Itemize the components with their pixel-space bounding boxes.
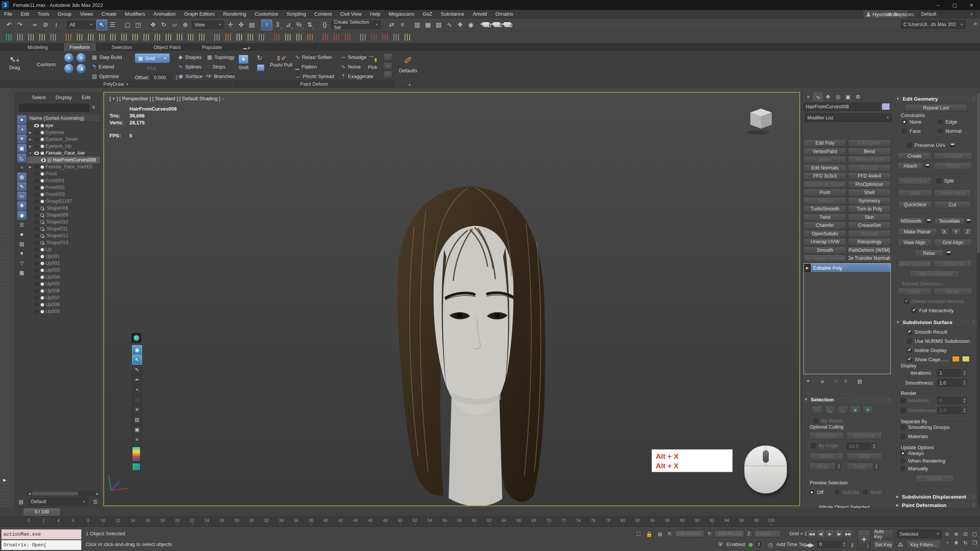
msmooth-settings-icon[interactable] (926, 218, 932, 224)
list-item-eyelash_down[interactable]: ▶Eyelash_Down (27, 136, 100, 143)
panel-expand-arrow-icon[interactable]: ▶ (3, 478, 6, 483)
modifier-button-ox-rotate-strands[interactable]: Ox Rotate Strands (804, 254, 846, 262)
visibility-eye-icon[interactable] (34, 248, 39, 251)
list-item-group52197[interactable]: Group52197 (27, 198, 100, 205)
defaults-expand-icon[interactable]: ▼ (408, 83, 411, 87)
ox-lasso-icon[interactable]: ◌ (132, 395, 142, 404)
frame-tick[interactable]: 70 (541, 518, 556, 523)
go-to-start-icon[interactable]: ◀◀ (807, 530, 816, 538)
layer-list-icon[interactable]: ☰ (91, 497, 100, 506)
frame-tick[interactable]: 48 (377, 518, 393, 523)
loop-spinner[interactable] (874, 463, 879, 470)
undo-icon[interactable]: ↶ (4, 20, 15, 30)
loop-button[interactable]: Loop (847, 463, 873, 470)
modifier-button-unwrap-uvw[interactable]: Unwrap UVW (804, 238, 846, 246)
visibility-eye-icon[interactable] (34, 296, 39, 300)
list-item-front002[interactable]: Front002 (27, 184, 100, 191)
clear-search-icon[interactable]: ✕ (91, 104, 96, 110)
display-lights-icon[interactable]: ☀ (17, 134, 26, 143)
modifier-button-chamfer[interactable]: Chamfer (804, 222, 846, 229)
search-input[interactable] (19, 104, 89, 112)
modifier-button-vertexpaint[interactable]: VertexPaint (804, 148, 846, 155)
preview-multi-radio[interactable]: Multi (863, 489, 881, 495)
menu-item-ornatrix[interactable]: Ornatrix (491, 11, 517, 17)
modifier-button-edit-normals[interactable]: Edit Normals (804, 164, 846, 172)
utilities-tab[interactable]: ⚙ (853, 93, 862, 101)
ribbon-tab-freeform[interactable]: Freeform (64, 43, 96, 51)
zoom-all-icon[interactable]: ⊛ (952, 530, 961, 538)
display-bones-icon[interactable]: ◍ (17, 173, 26, 181)
update-manually-radio[interactable]: Manually (900, 466, 928, 471)
stack-item-editable-poly[interactable]: ▶ Editable Poly (804, 264, 890, 272)
ox-stamp-icon[interactable]: ▣ (132, 425, 142, 434)
snap-3d-icon[interactable]: 3∩ (272, 20, 283, 30)
frame-tick[interactable]: 46 (363, 518, 378, 523)
menu-item-scripting[interactable]: Scripting (283, 11, 310, 17)
conform-scale-icon[interactable]: ◨ (77, 64, 86, 73)
frame-tick[interactable]: 8 (80, 518, 96, 523)
backface-button[interactable]: Backface (809, 432, 844, 440)
menu-item-arnold[interactable]: Arnold (469, 11, 492, 17)
ox-red-mix-icon[interactable] (331, 32, 342, 42)
pin-stack-icon[interactable]: ⌖ (804, 377, 813, 385)
full-interactivity-checkbox[interactable]: Full Interactivity (911, 308, 954, 313)
mute-badge[interactable]: 0 (755, 541, 763, 548)
list-item-female_face_low001[interactable]: ▶Female_Face_low001 (27, 163, 100, 170)
occluded-button[interactable]: Occluded (847, 432, 882, 440)
frame-tick[interactable]: 34 (274, 518, 289, 523)
list-item-shape010[interactable]: Shape010 (27, 218, 100, 225)
track-bar[interactable]: 0246810121416182022242628303234363840424… (0, 517, 980, 527)
menu-item-help[interactable]: Help (366, 11, 385, 17)
list-item-shape009[interactable]: Shape009 (27, 212, 100, 218)
menu-item-tools[interactable]: Tools (33, 11, 53, 17)
create-button[interactable]: Create (898, 152, 931, 160)
frame-tick[interactable]: 100 (764, 518, 779, 523)
key-mode-dropdown[interactable]: Selected▼ (897, 530, 942, 538)
menu-item-rendering[interactable]: Rendering (219, 11, 250, 17)
offset-field[interactable]: 0.000 (152, 74, 172, 81)
slice-button[interactable]: Slice (898, 189, 932, 197)
ribbon-tab-modeling[interactable]: Modeling (22, 44, 53, 51)
modifier-button-normalize-spline[interactable]: Normalize Spline (804, 181, 846, 188)
angle-snap-icon[interactable]: ⊿∩ (283, 20, 294, 30)
name-column-header[interactable]: Name (Sorted Ascending) (27, 114, 101, 122)
show-end-result-icon[interactable]: ⊎ (818, 377, 827, 385)
msmooth-button[interactable]: MSmooth (898, 217, 924, 225)
frame-tick[interactable]: 90 (689, 518, 705, 523)
ox-wave-strands-icon[interactable] (152, 32, 163, 42)
modifier-button-opensubdiv[interactable]: OpenSubdiv (804, 230, 846, 238)
menu-item-goz[interactable]: GoZ (418, 11, 436, 17)
polydraw-drag-button[interactable]: ↖✥ Drag (9, 55, 20, 70)
menu-item-substance[interactable]: Substance (436, 11, 468, 17)
frame-tick[interactable]: 36 (288, 518, 304, 523)
grid-align-button[interactable]: Grid Align (934, 239, 972, 246)
planar-x-button[interactable]: X (940, 228, 949, 236)
constraint-face-radio[interactable]: Face (902, 128, 921, 134)
select-and-rotate-icon[interactable]: ↻ (158, 20, 169, 30)
shift-scale-icon[interactable] (257, 64, 265, 71)
frame-tick[interactable]: 40 (318, 518, 333, 523)
maximize-button[interactable]: ▢ (946, 0, 963, 10)
menu-item-edit[interactable]: Edit (16, 11, 33, 17)
by-angle-field[interactable]: 43.0 (847, 443, 871, 450)
modifier-button-smooth[interactable]: Smooth (804, 246, 846, 254)
ox-red-bars-icon[interactable] (342, 32, 353, 42)
ring-spinner[interactable] (836, 463, 841, 470)
visibility-eye-icon[interactable] (34, 152, 39, 155)
ox-red-plus-icon[interactable] (271, 32, 282, 42)
list-item-eyelash_up[interactable]: ▶Eyelash_Up (27, 143, 100, 150)
shield-icon[interactable]: ⛨ (716, 540, 725, 549)
display-shapes-icon[interactable]: ◑ (17, 125, 26, 134)
frame-tick[interactable]: 60 (467, 518, 482, 523)
list-item-up002[interactable]: Up002 (27, 260, 100, 267)
frame-tick[interactable]: 82 (630, 518, 645, 523)
menu-item-views[interactable]: Views (76, 11, 97, 17)
visibility-eye-icon[interactable] (34, 310, 39, 313)
select-and-place-icon[interactable]: ⊕ (180, 20, 191, 30)
conform-rotate-icon[interactable]: ▭ (64, 64, 74, 73)
cage-color-swatch-2[interactable] (962, 356, 970, 362)
select-and-link-icon[interactable]: ∞ (29, 20, 40, 30)
render-setup-icon[interactable] (480, 20, 491, 30)
frame-tick[interactable]: 50 (392, 518, 408, 523)
modifier-button-retopology[interactable]: Retopology (848, 238, 891, 246)
